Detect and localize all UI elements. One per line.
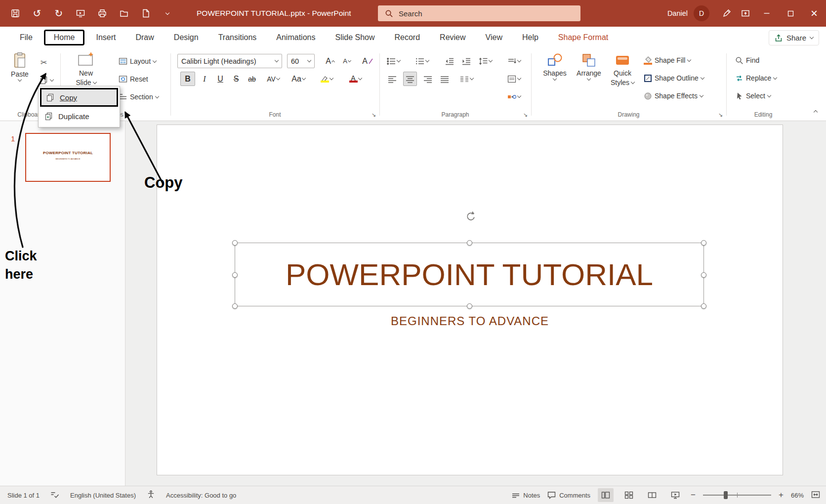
quick-styles-button[interactable]: Quick Styles (607, 52, 638, 87)
zoom-in-button[interactable]: + (779, 490, 784, 500)
tab-help[interactable]: Help (512, 29, 548, 46)
share-button[interactable]: Share (769, 30, 819, 45)
bold-button[interactable]: B (180, 72, 195, 86)
layout-button[interactable]: Layout (119, 54, 156, 68)
selection-handle-w[interactable] (232, 272, 238, 278)
search-box[interactable]: Search (378, 5, 580, 21)
paragraph-dialog-launcher[interactable]: ↘ (523, 112, 528, 118)
tab-view[interactable]: View (476, 29, 512, 46)
tab-design[interactable]: Design (164, 29, 208, 46)
select-button[interactable]: Select (735, 89, 771, 103)
tab-home[interactable]: Home (44, 30, 85, 45)
align-text-button[interactable] (504, 72, 524, 86)
ink-button[interactable] (717, 4, 736, 23)
smartart-button[interactable] (504, 89, 524, 104)
title-textbox[interactable]: POWERPOINT TUTORIAL (235, 243, 704, 306)
shape-effects-button[interactable]: Shape Effects (644, 89, 703, 103)
decrease-indent-button[interactable] (443, 54, 456, 68)
accessibility-button[interactable] (147, 490, 155, 500)
selection-handle-e[interactable] (701, 272, 706, 278)
find-button[interactable]: Find (735, 53, 759, 67)
slide-info[interactable]: Slide 1 of 1 (7, 492, 40, 499)
tab-file[interactable]: File (10, 29, 42, 46)
zoom-slider[interactable] (703, 495, 771, 496)
character-spacing-button[interactable]: AV (263, 72, 283, 86)
tab-slide-show[interactable]: Slide Show (325, 29, 384, 46)
cut-button[interactable]: ✂ (41, 55, 47, 69)
redo-button[interactable]: ↻ (49, 4, 68, 23)
reset-button[interactable]: Reset (119, 72, 148, 86)
replace-button[interactable]: Replace (735, 71, 777, 85)
strikethrough-button[interactable]: ab (245, 72, 259, 86)
zoom-out-button[interactable]: − (691, 490, 696, 500)
fit-to-window-button[interactable] (811, 491, 820, 500)
drawing-dialog-launcher[interactable]: ↘ (718, 112, 723, 118)
menu-item-copy[interactable]: Copy (40, 88, 118, 107)
zoom-level[interactable]: 66% (791, 492, 804, 499)
bullets-button[interactable] (385, 54, 401, 68)
slide-sorter-view-button[interactable] (621, 488, 637, 502)
close-button[interactable]: × (802, 0, 826, 27)
align-right-button[interactable] (421, 72, 435, 86)
selection-handle-nw[interactable] (232, 240, 238, 246)
tab-transitions[interactable]: Transitions (208, 29, 267, 46)
menu-item-duplicate[interactable]: Duplicate (40, 107, 118, 126)
slideshow-view-button[interactable] (667, 488, 683, 502)
customize-qat-button[interactable] (158, 4, 177, 23)
selection-handle-n[interactable] (467, 240, 472, 246)
slide-editor[interactable]: POWERPOINT TUTORIAL BEGINNERS TO ADVANCE (157, 125, 783, 475)
selection-handle-s[interactable] (467, 303, 472, 309)
avatar[interactable]: D (694, 5, 709, 21)
accessibility-status[interactable]: Accessibility: Good to go (166, 492, 236, 499)
spellcheck-button[interactable] (50, 490, 59, 500)
collapse-ribbon-button[interactable] (814, 107, 817, 116)
underline-button[interactable]: U (213, 72, 228, 86)
shapes-button[interactable]: Shapes (540, 52, 570, 80)
arrange-button[interactable]: Arrange (574, 52, 604, 80)
comments-button[interactable]: Comments (547, 491, 590, 499)
normal-view-button[interactable] (598, 488, 614, 502)
paste-button[interactable]: Paste (6, 51, 34, 81)
highlight-color-button[interactable] (316, 72, 337, 86)
font-name-combo[interactable]: Calibri Light (Headings) (177, 54, 282, 68)
justify-button[interactable] (438, 72, 452, 86)
reading-view-button[interactable] (644, 488, 660, 502)
new-slide-button[interactable]: New Slide (72, 51, 100, 87)
open-button[interactable] (115, 4, 133, 23)
section-button[interactable]: Section (119, 90, 159, 104)
tab-draw[interactable]: Draw (125, 29, 164, 46)
align-center-button[interactable] (403, 72, 417, 86)
numbering-button[interactable] (414, 54, 430, 68)
slide-title-text[interactable]: POWERPOINT TUTORIAL (235, 243, 703, 306)
maximize-button[interactable] (779, 0, 802, 27)
start-slideshow-button[interactable] (71, 4, 90, 23)
columns-button[interactable] (458, 72, 474, 86)
clear-formatting-button[interactable]: A (360, 54, 375, 68)
tab-insert[interactable]: Insert (86, 29, 125, 46)
font-color-button[interactable]: A (344, 72, 366, 86)
selection-handle-ne[interactable] (701, 240, 706, 246)
font-size-combo[interactable]: 60 (287, 54, 315, 68)
minimize-button[interactable] (755, 0, 779, 27)
save-button[interactable] (6, 4, 25, 23)
copy-button[interactable] (40, 73, 53, 87)
rotate-handle[interactable] (464, 210, 476, 222)
slide-subtitle-text[interactable]: BEGINNERS TO ADVANCE (157, 314, 783, 328)
increase-indent-button[interactable] (459, 54, 473, 68)
italic-button[interactable]: I (197, 72, 212, 86)
language-selector[interactable]: English (United States) (70, 492, 136, 499)
tab-animations[interactable]: Animations (266, 29, 325, 46)
shrink-font-button[interactable]: A (339, 54, 354, 68)
shape-fill-button[interactable]: Shape Fill (644, 53, 691, 67)
tab-shape-format[interactable]: Shape Format (548, 29, 618, 46)
tab-review[interactable]: Review (430, 29, 475, 46)
font-dialog-launcher[interactable]: ↘ (372, 112, 376, 118)
text-shadow-button[interactable]: S (229, 72, 244, 86)
print-button[interactable] (93, 4, 112, 23)
line-spacing-button[interactable] (477, 54, 493, 68)
grow-font-button[interactable]: A (323, 54, 337, 68)
slide-thumbnail[interactable]: POWERPOINT TUTORIAL BEGINNERS TO ADVANCE (25, 133, 111, 182)
notes-button[interactable]: Notes (512, 492, 540, 499)
text-direction-button[interactable] (504, 54, 524, 68)
selection-handle-se[interactable] (701, 303, 706, 309)
